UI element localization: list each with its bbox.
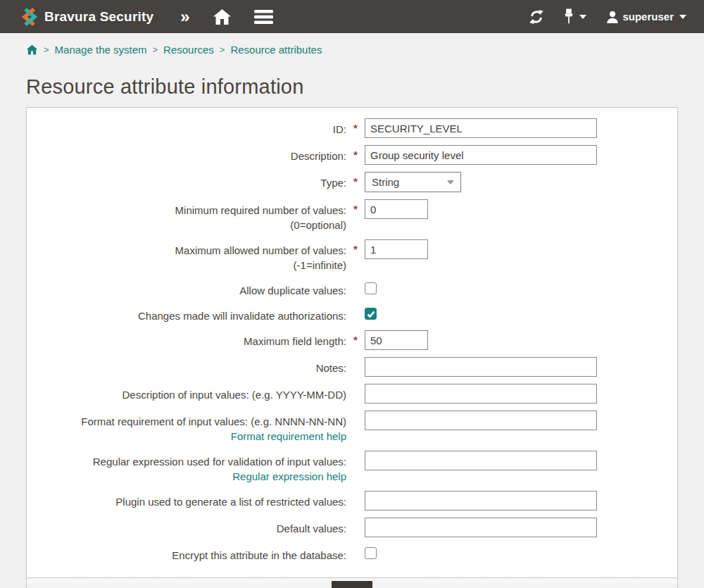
form-row-plugin: Plugin used to generate a list of restri…: [27, 491, 677, 511]
input-desc-input[interactable]: [365, 384, 597, 404]
id-input[interactable]: [365, 118, 597, 138]
default-values-input[interactable]: [365, 518, 597, 537]
breadcrumb: > Manage the system > Resources > Resour…: [0, 33, 704, 63]
form-row-max-values: Maximum allowed number of values: (-1=in…: [27, 239, 677, 273]
form-footer: Add: [27, 577, 677, 588]
required-asterisk: *: [346, 199, 365, 215]
max-values-input[interactable]: [365, 239, 428, 259]
plugin-label: Plugin used to generate a list of restri…: [27, 491, 346, 509]
form-row-invalidate-auth: Changes made will invalidate authorizati…: [27, 305, 677, 323]
username-label: superuser: [622, 11, 674, 23]
menu-icon[interactable]: [254, 9, 273, 25]
required-asterisk: *: [346, 172, 365, 187]
invalidate-auth-checkbox[interactable]: [365, 308, 377, 320]
format-req-input[interactable]: [365, 411, 597, 430]
breadcrumb-link-resource-attributes[interactable]: Resource attributes: [230, 44, 322, 56]
caret-down-icon: [579, 15, 586, 19]
encrypt-label: Encrypt this attribute in the database:: [27, 544, 346, 563]
allow-duplicates-label: Allow duplicate values:: [27, 280, 346, 298]
breadcrumb-home-icon[interactable]: [26, 44, 38, 55]
form-row-min-values: Minimum required number of values: (0=op…: [27, 199, 677, 232]
required-asterisk-empty: [346, 544, 365, 548]
min-values-label: Minimum required number of values: (0=op…: [27, 199, 346, 232]
description-label: Description:: [27, 145, 346, 163]
user-menu-button[interactable]: superuser: [606, 11, 686, 23]
form-row-description: Description: *: [27, 145, 677, 165]
required-asterisk-empty: [346, 491, 365, 494]
navbar-right-group: superuser: [529, 8, 686, 25]
max-field-length-input[interactable]: [365, 330, 428, 350]
refresh-icon[interactable]: [529, 9, 544, 25]
breadcrumb-separator: >: [220, 44, 225, 55]
top-navbar: Bravura Security »: [0, 0, 704, 33]
notes-label: Notes:: [27, 357, 346, 375]
regex-label: Regular expression used for validation o…: [27, 451, 346, 484]
form-row-id: ID: *: [27, 118, 677, 138]
min-values-sublabel: (0=optional): [27, 218, 346, 232]
resource-attribute-form-panel: ID: * Description: * Type: * String Mini…: [26, 107, 678, 588]
type-label: Type:: [27, 172, 346, 190]
user-icon: [606, 11, 619, 23]
required-asterisk-empty: [346, 280, 365, 283]
form-row-notes: Notes:: [27, 357, 677, 377]
breadcrumb-link-resources[interactable]: Resources: [163, 44, 214, 56]
brand-name: Bravura Security: [44, 9, 153, 25]
regex-input[interactable]: [365, 451, 597, 470]
form-row-encrypt: Encrypt this attribute in the database:: [27, 544, 677, 563]
caret-down-icon: [679, 15, 686, 19]
add-button[interactable]: Add: [332, 581, 373, 588]
brand-logo-link[interactable]: Bravura Security: [20, 7, 153, 27]
pin-icon: [564, 8, 574, 25]
form-row-default-values: Default values:: [27, 518, 677, 537]
breadcrumb-separator: >: [44, 44, 49, 55]
expand-menu-icon[interactable]: »: [180, 8, 189, 25]
required-asterisk-empty: [346, 411, 365, 414]
breadcrumb-separator: >: [153, 44, 158, 55]
form-row-max-field-length: Maximum field length: *: [27, 330, 677, 350]
required-asterisk: *: [346, 118, 365, 134]
type-select[interactable]: String: [365, 172, 461, 192]
description-input[interactable]: [365, 145, 597, 165]
form-row-allow-duplicates: Allow duplicate values:: [27, 280, 677, 298]
input-desc-label: Description of input values: (e.g. YYYY-…: [27, 384, 346, 402]
required-asterisk: *: [346, 145, 365, 161]
regular-expression-help-link[interactable]: Regular expression help: [232, 470, 346, 482]
max-field-length-label: Maximum field length:: [27, 330, 346, 349]
page-title: Resource attribute information: [26, 75, 678, 99]
notes-input[interactable]: [365, 357, 597, 377]
max-values-sublabel: (-1=infinite): [27, 258, 346, 273]
required-asterisk-empty: [346, 305, 365, 308]
invalidate-auth-label: Changes made will invalidate authorizati…: [27, 305, 346, 323]
form-row-input-desc: Description of input values: (e.g. YYYY-…: [27, 384, 677, 404]
max-values-label: Maximum allowed number of values: (-1=in…: [27, 239, 346, 273]
required-asterisk-empty: [346, 357, 365, 361]
home-icon[interactable]: [213, 8, 232, 25]
form-row-type: Type: * String: [27, 172, 677, 192]
form-row-format-req: Format requirement of input values: (e.g…: [27, 411, 677, 444]
type-select-value: String: [372, 176, 399, 188]
required-asterisk-empty: [346, 451, 365, 454]
required-asterisk-empty: [346, 518, 365, 521]
bravura-logo-icon: [20, 7, 39, 27]
select-caret-icon: [447, 180, 454, 184]
plugin-input[interactable]: [365, 491, 597, 511]
allow-duplicates-checkbox[interactable]: [365, 282, 377, 294]
breadcrumb-link-manage-the-system[interactable]: Manage the system: [55, 44, 147, 56]
pin-menu-button[interactable]: [564, 8, 586, 25]
id-label: ID:: [27, 118, 346, 137]
format-requirement-help-link[interactable]: Format requirement help: [231, 430, 346, 442]
form-body: ID: * Description: * Type: * String Mini…: [27, 108, 677, 577]
required-asterisk: *: [346, 239, 365, 255]
default-values-label: Default values:: [27, 518, 346, 536]
min-values-input[interactable]: [365, 199, 428, 219]
required-asterisk-empty: [346, 384, 365, 387]
format-req-label: Format requirement of input values: (e.g…: [27, 411, 346, 444]
encrypt-checkbox[interactable]: [365, 547, 377, 559]
form-row-regex: Regular expression used for validation o…: [27, 451, 677, 484]
required-asterisk: *: [346, 330, 365, 346]
